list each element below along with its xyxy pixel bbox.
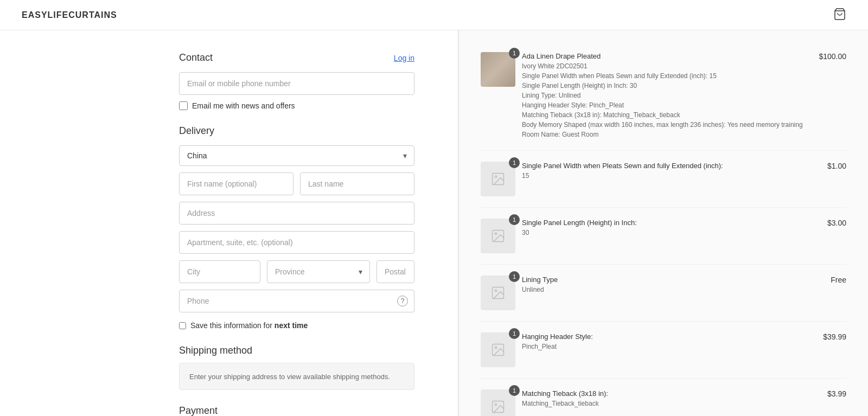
- order-item: 1Single Panel Width when Pleats Sewn and…: [481, 162, 846, 208]
- order-item: 1Hanging Header Style:Pinch_Pleat$39.99: [481, 332, 846, 379]
- item-name: Single Panel Width when Pleats Sewn and …: [522, 162, 723, 170]
- phone-wrapper: ?: [179, 290, 414, 312]
- item-image: [481, 219, 515, 253]
- item-name: Lining Type: [522, 276, 558, 284]
- shipping-title: Shipping method: [179, 345, 414, 356]
- phone-input[interactable]: [179, 290, 414, 312]
- city-input[interactable]: [179, 260, 260, 283]
- item-details: Ada Linen Drape PleatedIvory White 2DC02…: [522, 52, 846, 139]
- delivery-section: Delivery China United States ▾: [179, 125, 414, 330]
- item-image: [481, 276, 515, 310]
- svg-point-8: [495, 347, 497, 349]
- item-details: Lining TypeUnlinedFree: [522, 276, 846, 310]
- save-info-checkbox[interactable]: [179, 322, 186, 329]
- item-description: Body Memory Shaped (max width 160 inches…: [522, 120, 803, 130]
- item-image-wrapper: 1: [481, 219, 515, 253]
- item-name: Matching Tieback (3x18 in):: [522, 389, 608, 398]
- first-name-input[interactable]: [179, 172, 293, 195]
- item-quantity-badge: 1: [509, 385, 520, 396]
- contact-title: Contact: [179, 52, 213, 63]
- item-quantity-badge: 1: [509, 214, 520, 225]
- order-item: 1Matching Tieback (3x18 in):Matching_Tie…: [481, 389, 846, 416]
- order-item: 1Lining TypeUnlinedFree: [481, 276, 846, 322]
- item-description: Matching Tieback (3x18 in): Matching_Tie…: [522, 110, 803, 120]
- item-details: Single Panel Width when Pleats Sewn and …: [522, 162, 846, 196]
- last-name-input[interactable]: [300, 172, 414, 195]
- item-description: Ivory White 2DC02501: [522, 61, 803, 71]
- item-image-wrapper: 1: [481, 389, 515, 416]
- cart-icon[interactable]: [833, 8, 846, 22]
- province-select-wrapper: Province ▾: [267, 260, 370, 283]
- item-quantity-badge: 1: [509, 157, 520, 168]
- item-name: Single Panel Length (Height) in Inch:: [522, 219, 637, 227]
- country-select-wrapper: China United States ▾: [179, 145, 414, 166]
- delivery-title: Delivery: [179, 125, 414, 137]
- header: EASYLIFECURTAINS: [0, 0, 868, 30]
- apartment-input[interactable]: [179, 231, 414, 254]
- svg-point-10: [495, 404, 497, 406]
- item-price: Free: [831, 276, 846, 284]
- item-description: Hanging Header Style: Pinch_Pleat: [522, 100, 803, 110]
- order-summary-panel: 1Ada Linen Drape PleatedIvory White 2DC0…: [458, 30, 868, 416]
- item-description: Room Name: Guest Room: [522, 130, 803, 139]
- item-image-wrapper: 1: [481, 332, 515, 367]
- item-description: Lining Type: Unlined: [522, 91, 803, 100]
- item-image-wrapper: 1: [481, 162, 515, 196]
- item-description: Single Panel Width when Pleats Sewn and …: [522, 71, 803, 81]
- item-description: Unlined: [522, 285, 558, 295]
- item-price: $3.00: [827, 219, 846, 227]
- order-item: 1Single Panel Length (Height) in Inch:30…: [481, 219, 846, 265]
- svg-point-6: [495, 290, 497, 292]
- email-news-checkbox[interactable]: [179, 101, 188, 110]
- item-description: Single Panel Length (Height) in Inch: 30: [522, 81, 803, 91]
- item-details: Single Panel Length (Height) in Inch:30$…: [522, 219, 846, 253]
- item-description: Matching_Tieback_tieback: [522, 399, 608, 408]
- payment-section: Payment All transactions are secure and …: [179, 405, 414, 416]
- postal-input[interactable]: [376, 260, 414, 283]
- country-select[interactable]: China United States: [179, 145, 414, 166]
- payment-title: Payment: [179, 405, 414, 416]
- email-input[interactable]: [179, 72, 414, 95]
- item-image-wrapper: 1: [481, 276, 515, 310]
- item-name: Ada Linen Drape Pleated: [522, 52, 803, 60]
- item-details: Hanging Header Style:Pinch_Pleat$39.99: [522, 332, 846, 367]
- phone-help-icon[interactable]: ?: [397, 296, 408, 306]
- item-price: $3.99: [827, 389, 846, 398]
- province-select[interactable]: Province: [267, 260, 370, 283]
- shipping-info-box: Enter your shipping address to view avai…: [179, 363, 414, 390]
- site-logo: EASYLIFECURTAINS: [22, 10, 117, 20]
- item-description: 30: [522, 228, 637, 238]
- item-details: Matching Tieback (3x18 in):Matching_Tieb…: [522, 389, 846, 416]
- email-news-label: Email me with news and offers: [192, 101, 295, 110]
- item-price: $1.00: [827, 162, 846, 170]
- item-image: [481, 52, 515, 87]
- item-price: $100.00: [819, 52, 846, 61]
- item-image: [481, 332, 515, 367]
- shipping-info-text: Enter your shipping address to view avai…: [189, 373, 390, 381]
- item-image: [481, 162, 515, 196]
- item-name: Hanging Header Style:: [522, 332, 593, 341]
- contact-section: Contact Log in Email me with news and of…: [179, 52, 414, 110]
- save-info-label: Save this information for next time: [190, 321, 308, 330]
- item-quantity-badge: 1: [509, 328, 520, 339]
- item-price: $39.99: [823, 332, 846, 341]
- svg-point-4: [495, 233, 497, 235]
- address-input[interactable]: [179, 202, 414, 225]
- order-item: 1Ada Linen Drape PleatedIvory White 2DC0…: [481, 52, 846, 151]
- item-quantity-badge: 1: [509, 48, 520, 59]
- item-description: 15: [522, 171, 723, 181]
- svg-point-2: [495, 176, 497, 178]
- item-image-wrapper: 1: [481, 52, 515, 139]
- item-quantity-badge: 1: [509, 271, 520, 282]
- login-link[interactable]: Log in: [394, 54, 414, 62]
- item-description: Pinch_Pleat: [522, 342, 593, 351]
- shipping-section: Shipping method Enter your shipping addr…: [179, 345, 414, 390]
- checkout-form-panel: Contact Log in Email me with news and of…: [0, 30, 458, 416]
